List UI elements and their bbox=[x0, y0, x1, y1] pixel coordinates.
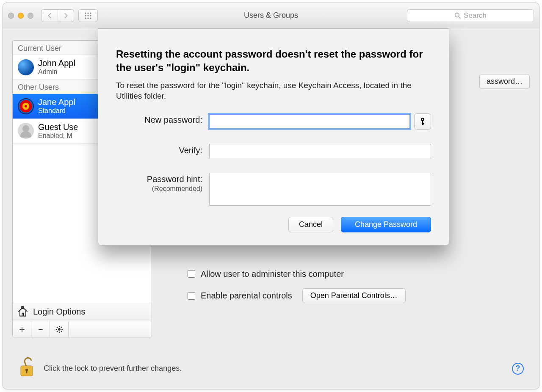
preferences-window: Users & Groups Search Current User John … bbox=[3, 3, 539, 389]
chevron-right-icon bbox=[63, 13, 69, 19]
avatar bbox=[18, 98, 34, 114]
svg-rect-27 bbox=[422, 121, 423, 125]
svg-line-10 bbox=[459, 17, 460, 18]
svg-line-18 bbox=[61, 331, 61, 331]
back-button[interactable] bbox=[41, 10, 58, 22]
user-role: Enabled, M bbox=[38, 132, 78, 140]
actions-menu-button[interactable] bbox=[50, 321, 69, 337]
svg-line-19 bbox=[57, 331, 58, 331]
reset-password-button[interactable]: assword… bbox=[479, 74, 530, 89]
minimize-window-button[interactable] bbox=[18, 13, 24, 19]
user-name: Jane Appl bbox=[38, 97, 75, 107]
admin-checkbox[interactable] bbox=[188, 270, 195, 278]
hint-recommended: (Recommended) bbox=[116, 185, 202, 193]
parental-checkbox[interactable] bbox=[188, 292, 195, 300]
zoom-window-button[interactable] bbox=[28, 13, 33, 19]
search-icon bbox=[454, 12, 461, 19]
nav-back-forward bbox=[41, 9, 74, 22]
svg-point-9 bbox=[455, 13, 459, 17]
avatar bbox=[18, 59, 34, 75]
new-password-row: New password: bbox=[116, 113, 431, 130]
svg-point-0 bbox=[85, 12, 86, 14]
close-window-button[interactable] bbox=[8, 13, 14, 19]
gear-icon bbox=[55, 326, 63, 333]
remove-user-button[interactable]: － bbox=[31, 321, 50, 337]
password-hint-input[interactable] bbox=[209, 173, 431, 206]
add-user-button[interactable]: ＋ bbox=[13, 321, 31, 337]
login-options-row[interactable]: Login Options bbox=[13, 302, 152, 321]
verify-row: Verify: bbox=[116, 144, 431, 158]
svg-point-6 bbox=[85, 17, 86, 19]
lock-row: Click the lock to prevent further change… bbox=[18, 357, 524, 380]
grid-icon bbox=[84, 12, 92, 19]
password-assistant-button[interactable] bbox=[414, 113, 431, 130]
login-options-label: Login Options bbox=[33, 307, 85, 317]
reset-password-sheet: Resetting the account password doesn't r… bbox=[98, 28, 449, 246]
window-controls bbox=[8, 13, 33, 19]
svg-point-3 bbox=[85, 15, 86, 16]
svg-line-17 bbox=[57, 327, 58, 328]
svg-point-8 bbox=[90, 17, 91, 19]
svg-rect-29 bbox=[422, 124, 424, 125]
svg-point-7 bbox=[87, 17, 88, 19]
help-button[interactable]: ? bbox=[512, 363, 524, 375]
admin-checkbox-row[interactable]: Allow user to administer this computer bbox=[186, 269, 406, 279]
lock-button[interactable] bbox=[18, 357, 35, 380]
forward-button[interactable] bbox=[58, 10, 74, 22]
cancel-button[interactable]: Cancel bbox=[288, 217, 333, 232]
svg-rect-28 bbox=[422, 123, 424, 124]
user-options: Allow user to administer this computer E… bbox=[186, 269, 406, 303]
svg-line-20 bbox=[61, 327, 61, 328]
avatar bbox=[18, 123, 34, 139]
user-name: John Appl bbox=[38, 58, 75, 68]
unlocked-lock-icon bbox=[18, 357, 35, 378]
hint-row: Password hint: (Recommended) bbox=[116, 173, 431, 206]
verify-password-input[interactable] bbox=[209, 144, 431, 158]
open-parental-controls-button[interactable]: Open Parental Controls… bbox=[302, 288, 406, 303]
show-all-button[interactable] bbox=[78, 9, 98, 22]
admin-checkbox-label: Allow user to administer this computer bbox=[201, 269, 344, 279]
search-field[interactable]: Search bbox=[407, 9, 534, 22]
user-role: Standard bbox=[38, 107, 75, 115]
sheet-heading: Resetting the account password doesn't r… bbox=[116, 47, 431, 75]
titlebar: Users & Groups Search bbox=[3, 3, 539, 28]
parental-checkbox-label: Enable parental controls bbox=[201, 291, 292, 301]
hint-label: Password hint: bbox=[147, 174, 202, 184]
svg-rect-24 bbox=[26, 370, 28, 373]
change-password-button[interactable]: Change Password bbox=[341, 217, 431, 232]
new-password-label: New password: bbox=[116, 113, 209, 125]
chevron-left-icon bbox=[47, 13, 53, 19]
svg-point-1 bbox=[87, 12, 88, 14]
sheet-button-row: Cancel Change Password bbox=[116, 217, 431, 232]
sidebar-footer: ＋ － bbox=[13, 321, 152, 337]
key-icon bbox=[419, 117, 426, 126]
svg-point-12 bbox=[58, 328, 61, 331]
user-name: Guest Use bbox=[38, 122, 78, 132]
sheet-subtext: To reset the password for the "login" ke… bbox=[116, 80, 431, 102]
new-password-input[interactable] bbox=[209, 114, 410, 129]
parental-checkbox-row[interactable]: Enable parental controls Open Parental C… bbox=[186, 288, 406, 303]
svg-point-26 bbox=[422, 119, 423, 120]
svg-point-5 bbox=[90, 15, 91, 16]
svg-point-4 bbox=[87, 15, 88, 16]
user-role: Admin bbox=[38, 68, 75, 76]
home-icon bbox=[17, 306, 29, 317]
svg-point-2 bbox=[90, 12, 91, 14]
verify-label: Verify: bbox=[116, 144, 209, 155]
lock-text: Click the lock to prevent further change… bbox=[44, 364, 182, 373]
search-placeholder: Search bbox=[464, 11, 487, 20]
